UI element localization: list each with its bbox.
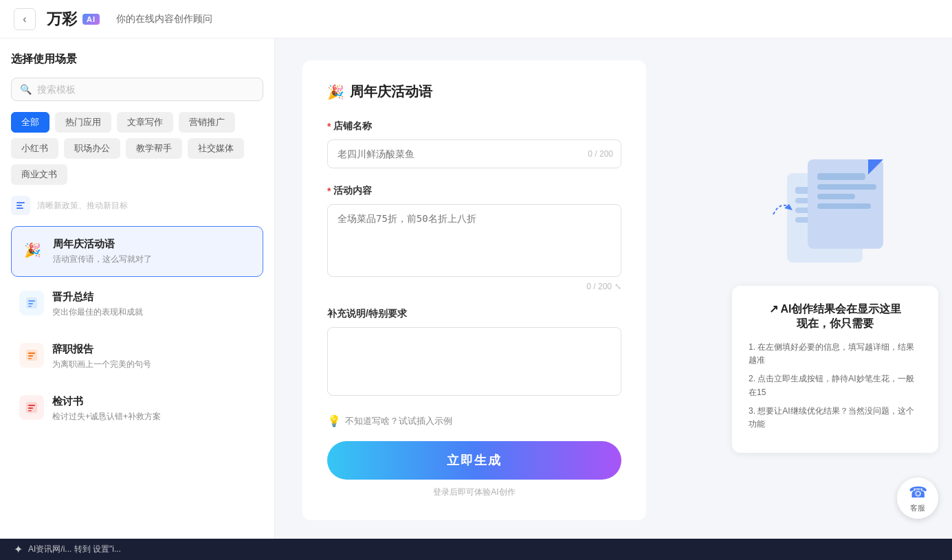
tags-row-3: 商业文书: [11, 164, 263, 185]
tag-business[interactable]: 商业文书: [11, 164, 67, 185]
illustration-svg: [766, 146, 904, 269]
supplement-label-text: 补充说明/特别要求: [327, 308, 407, 320]
illustration: [766, 146, 904, 269]
supplement-label: 补充说明/特别要求: [327, 308, 621, 320]
activity-textarea-footer: 0 / 200 ⤡: [327, 282, 621, 291]
cs-label: 客服: [910, 503, 925, 513]
activity-content-label: * 活动内容: [327, 185, 621, 197]
list-item-promotion[interactable]: 晋升总结 突出你最佳的表现和成就: [11, 280, 263, 329]
shop-name-label-text: 店铺名称: [333, 120, 372, 133]
generate-button[interactable]: 立即生成: [327, 441, 621, 480]
activity-content-group: * 活动内容 0 / 200 ⤡: [327, 185, 621, 291]
tags-row-2: 小红书 职场办公 教学帮手 社交媒体: [11, 138, 263, 159]
required-star-shop: *: [327, 121, 331, 132]
svg-rect-21: [817, 173, 865, 180]
tag-xiaohongshu[interactable]: 小红书: [11, 138, 58, 159]
resize-icon: ⤡: [615, 282, 621, 291]
logo-area: 万彩 AI: [47, 9, 100, 30]
list-item-desc-review: 检讨过失+诚恳认错+补救方案: [52, 411, 255, 423]
main-content: 🎉 周年庆活动语 * 店铺名称 0 / 200 * 活动内容: [275, 38, 718, 560]
list-item-desc-resignation: 为离职画上一个完美的句号: [52, 359, 255, 370]
generate-button-label: 立即生成: [447, 453, 502, 467]
info-card: ↗ AI创作结果会在显示这里 现在，你只需要 1. 在左侧填好必要的信息，填写越…: [732, 286, 938, 453]
tag-all[interactable]: 全部: [11, 112, 49, 133]
back-button[interactable]: ‹: [14, 8, 36, 30]
svg-rect-0: [16, 202, 25, 203]
app-header: ‹ 万彩 AI 你的在线内容创作顾问: [0, 0, 952, 38]
activity-char-count: 0 / 200: [586, 282, 612, 291]
list-item-info-resignation: 辞职报告 为离职画上一个完美的句号: [52, 343, 255, 370]
tag-teaching[interactable]: 教学帮手: [126, 138, 182, 159]
tag-marketing[interactable]: 营销推广: [179, 112, 235, 133]
hint-row: 💡 不知道写啥？试试插入示例: [327, 414, 621, 427]
info-item-1: 1. 在左侧填好必要的信息，填写越详细，结果越准: [749, 341, 922, 367]
tag-social[interactable]: 社交媒体: [188, 138, 244, 159]
login-hint: 登录后即可体验AI创作: [327, 486, 621, 498]
sidebar: 选择使用场景 🔍 全部 热门应用 文章写作 营销推广 小红书 职场办公 教学帮手…: [0, 38, 275, 560]
info-item-3: 3. 想要让AI继续优化结果？当然没问题，这个功能: [749, 405, 922, 431]
svg-rect-12: [28, 405, 35, 406]
info-card-subtitle: 现在，你只需要: [797, 317, 874, 329]
search-icon: 🔍: [20, 84, 32, 95]
divider-icon: [11, 196, 30, 215]
info-card-title-text: AI创作结果会在显示这里: [780, 303, 901, 315]
svg-rect-14: [28, 410, 32, 412]
supplement-input[interactable]: [327, 327, 621, 396]
svg-rect-13: [28, 407, 33, 409]
shop-name-input-wrap: 0 / 200: [327, 139, 621, 168]
bottom-bar: ✦ AI资讯网/i... 转到 设置"i...: [0, 539, 952, 560]
svg-rect-22: [817, 184, 876, 190]
svg-rect-1: [16, 205, 22, 206]
customer-service-button[interactable]: ☎ 客服: [897, 478, 938, 519]
shop-name-input[interactable]: [327, 139, 621, 168]
svg-rect-8: [28, 352, 35, 354]
section-divider: 清晰新政策、推动新目标: [11, 190, 263, 221]
tag-office[interactable]: 职场办公: [64, 138, 120, 159]
required-star-activity: *: [327, 186, 331, 197]
sidebar-title: 选择使用场景: [11, 52, 263, 67]
list-item-desc-promotion: 突出你最佳的表现和成就: [52, 306, 255, 318]
list-item-icon-resignation: [19, 343, 44, 368]
svg-rect-23: [817, 194, 855, 199]
tags-row-1: 全部 热门应用 文章写作 营销推广: [11, 112, 263, 133]
search-box: 🔍: [11, 78, 263, 101]
header-subtitle: 你的在线内容创作顾问: [116, 13, 212, 25]
hint-link[interactable]: 不知道写啥？试试插入示例: [345, 415, 452, 427]
bottom-bar-logo: ✦: [14, 543, 23, 556]
list-item-icon-anniversary: 🎉: [20, 238, 45, 262]
shop-name-group: * 店铺名称 0 / 200: [327, 120, 621, 168]
tag-article[interactable]: 文章写作: [117, 112, 173, 133]
form-panel: 🎉 周年庆活动语 * 店铺名称 0 / 200 * 活动内容: [302, 60, 646, 520]
search-input[interactable]: [37, 84, 254, 95]
activity-content-input[interactable]: [327, 204, 621, 277]
list-item-resignation[interactable]: 辞职报告 为离职画上一个完美的句号: [11, 332, 263, 381]
back-icon: ‹: [23, 13, 26, 25]
list-item-icon-review: [19, 395, 44, 420]
svg-rect-6: [28, 306, 32, 307]
list-item-review[interactable]: 检讨书 检讨过失+诚恳认错+补救方案: [11, 384, 263, 434]
activity-textarea-wrap: 0 / 200 ⤡: [327, 204, 621, 291]
svg-rect-10: [28, 358, 32, 359]
shop-name-char-count: 0 / 200: [588, 149, 613, 159]
list-item-anniversary[interactable]: 🎉 周年庆活动语 活动宣传语，这么写就对了: [11, 226, 263, 277]
logo-ai-badge: AI: [82, 14, 100, 25]
list-item-info-review: 检讨书 检讨过失+诚恳认错+补救方案: [52, 395, 255, 423]
svg-rect-9: [28, 355, 33, 357]
svg-rect-5: [28, 303, 33, 304]
svg-rect-24: [817, 203, 871, 209]
list-item-title-resignation: 辞职报告: [52, 343, 255, 356]
cs-icon: ☎: [909, 484, 927, 502]
form-title: 🎉 周年庆活动语: [327, 82, 621, 101]
divider-text: 清晰新政策、推动新目标: [37, 200, 128, 212]
hint-icon: 💡: [327, 414, 341, 427]
list-item-desc-anniversary: 活动宣传语，这么写就对了: [53, 254, 254, 265]
tag-hot[interactable]: 热门应用: [55, 112, 111, 133]
shop-name-label: * 店铺名称: [327, 120, 621, 133]
info-item-2: 2. 点击立即生成按钮，静待AI妙笔生花，一般在15: [749, 372, 922, 399]
activity-content-label-text: 活动内容: [333, 185, 372, 197]
list-item-icon-promotion: [19, 291, 44, 315]
main-layout: 选择使用场景 🔍 全部 热门应用 文章写作 营销推广 小红书 职场办公 教学帮手…: [0, 38, 952, 560]
svg-rect-2: [16, 208, 23, 209]
info-arrow-icon: ↗: [769, 303, 778, 315]
list-item-info-promotion: 晋升总结 突出你最佳的表现和成就: [52, 291, 255, 318]
